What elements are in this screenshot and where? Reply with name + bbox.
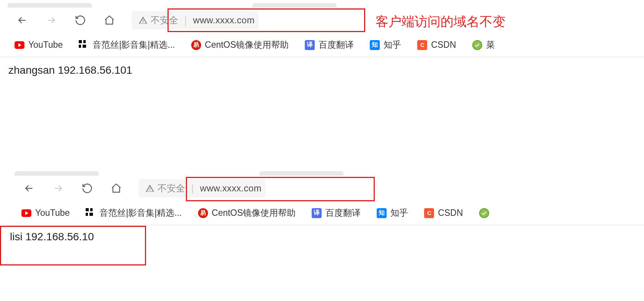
browser-toolbar: 不安全 | www.xxxx.com 客户端访问的域名不变 bbox=[0, 8, 644, 33]
arrow-right-icon bbox=[46, 15, 57, 26]
bookmark-baidu-translate[interactable]: 译 百度翻译 bbox=[302, 37, 357, 52]
netease-icon: 易 bbox=[198, 208, 208, 218]
bookmark-csdn[interactable]: C CSDN bbox=[414, 38, 459, 52]
bookmark-zhihu[interactable]: 知 知乎 bbox=[374, 206, 411, 220]
youtube-icon bbox=[15, 40, 24, 50]
csdn-icon: C bbox=[424, 208, 434, 218]
tab-strip bbox=[0, 0, 644, 8]
home-button[interactable] bbox=[109, 181, 123, 195]
home-icon bbox=[104, 15, 115, 26]
forward-button[interactable] bbox=[44, 13, 58, 27]
bookmark-label: YouTube bbox=[28, 40, 63, 50]
zhihu-icon: 知 bbox=[377, 208, 387, 218]
browser-window-2: 不安全 | www.xxxx.com YouTube 音范丝|影音集|精选...… bbox=[0, 168, 644, 267]
bookmark-baidu-translate[interactable]: 译 百度翻译 bbox=[309, 206, 364, 220]
bookmark-runoob[interactable] bbox=[476, 207, 492, 220]
reload-button[interactable] bbox=[73, 13, 87, 27]
page-content: lisi 192.168.56.10 bbox=[7, 225, 644, 251]
baidu-translate-icon: 译 bbox=[312, 208, 322, 218]
bookmark-label: 知乎 bbox=[384, 39, 401, 51]
runoob-icon bbox=[472, 40, 482, 50]
insecure-label: 不安全 bbox=[151, 14, 178, 26]
back-button[interactable] bbox=[22, 181, 36, 195]
insecure-label: 不安全 bbox=[158, 182, 185, 194]
bookmark-label: YouTube bbox=[35, 208, 70, 218]
grid-icon bbox=[79, 40, 89, 50]
browser-toolbar: 不安全 | www.xxxx.com bbox=[7, 176, 644, 201]
bookmark-label: 音范丝|影音集|精选... bbox=[99, 207, 182, 219]
nav-button-group bbox=[15, 13, 116, 27]
address-separator: | bbox=[184, 15, 187, 26]
tab-fragment[interactable] bbox=[259, 171, 343, 176]
url-text[interactable]: www.xxxx.com bbox=[200, 183, 262, 194]
bookmark-label: 知乎 bbox=[390, 207, 408, 219]
address-separator: | bbox=[191, 183, 194, 194]
bookmark-label: 百度翻译 bbox=[319, 39, 354, 51]
bookmark-label: 音范丝|影音集|精选... bbox=[93, 39, 175, 51]
bookmark-label: CentOS镜像使用帮助 bbox=[205, 39, 289, 51]
bookmark-yinfansi[interactable]: 音范丝|影音集|精选... bbox=[76, 37, 178, 52]
bookmark-yinfansi[interactable]: 音范丝|影音集|精选... bbox=[83, 206, 185, 220]
arrow-left-icon bbox=[16, 15, 28, 26]
page-content: zhangsan 192.168.56.101 bbox=[0, 57, 644, 83]
forward-button[interactable] bbox=[51, 181, 65, 195]
bookmark-label: CSDN bbox=[438, 208, 463, 218]
bookmark-centos[interactable]: 易 CentOS镜像使用帮助 bbox=[195, 206, 299, 220]
reload-button[interactable] bbox=[80, 181, 94, 195]
annotation-text: 客户端访问的域名不变 bbox=[376, 13, 506, 31]
tab-fragment[interactable] bbox=[8, 3, 92, 8]
netease-icon: 易 bbox=[191, 40, 201, 50]
tab-strip bbox=[7, 168, 644, 176]
browser-window-1: 不安全 | www.xxxx.com 客户端访问的域名不变 YouTube 音范… bbox=[0, 0, 644, 168]
baidu-translate-icon: 译 bbox=[305, 40, 315, 50]
bookmarks-bar: YouTube 音范丝|影音集|精选... 易 CentOS镜像使用帮助 译 百… bbox=[0, 33, 644, 57]
insecure-warning-icon bbox=[145, 184, 154, 193]
zhihu-icon: 知 bbox=[370, 40, 380, 50]
url-text[interactable]: www.xxxx.com bbox=[193, 15, 255, 26]
bookmark-zhihu[interactable]: 知 知乎 bbox=[367, 37, 404, 52]
bookmark-centos[interactable]: 易 CentOS镜像使用帮助 bbox=[188, 37, 292, 52]
back-button[interactable] bbox=[15, 13, 29, 27]
grid-icon bbox=[86, 208, 96, 218]
tab-fragment[interactable] bbox=[252, 3, 337, 8]
bookmark-label: 百度翻译 bbox=[325, 207, 361, 219]
tab-fragment[interactable] bbox=[15, 171, 99, 176]
bookmark-runoob[interactable]: 菜 bbox=[469, 37, 498, 52]
bookmarks-bar: YouTube 音范丝|影音集|精选... 易 CentOS镜像使用帮助 译 百… bbox=[7, 201, 644, 225]
bookmark-youtube[interactable]: YouTube bbox=[18, 206, 73, 220]
youtube-icon bbox=[21, 208, 31, 218]
bookmark-csdn[interactable]: C CSDN bbox=[421, 206, 466, 220]
home-button[interactable] bbox=[102, 13, 116, 27]
bookmark-label: 菜 bbox=[486, 39, 495, 51]
bookmark-label: CSDN bbox=[431, 40, 456, 50]
reload-icon bbox=[81, 183, 93, 194]
bookmark-youtube[interactable]: YouTube bbox=[11, 38, 66, 52]
nav-button-group bbox=[22, 181, 123, 195]
home-icon bbox=[111, 183, 122, 194]
reload-icon bbox=[75, 15, 86, 26]
address-bar[interactable]: 不安全 | www.xxxx.com bbox=[132, 11, 259, 29]
arrow-right-icon bbox=[52, 183, 64, 194]
arrow-left-icon bbox=[23, 183, 35, 194]
insecure-warning-icon bbox=[138, 16, 148, 25]
csdn-icon: C bbox=[417, 40, 427, 50]
runoob-icon bbox=[479, 208, 489, 218]
address-bar[interactable]: 不安全 | www.xxxx.com bbox=[138, 179, 265, 197]
bookmark-label: CentOS镜像使用帮助 bbox=[212, 207, 296, 219]
